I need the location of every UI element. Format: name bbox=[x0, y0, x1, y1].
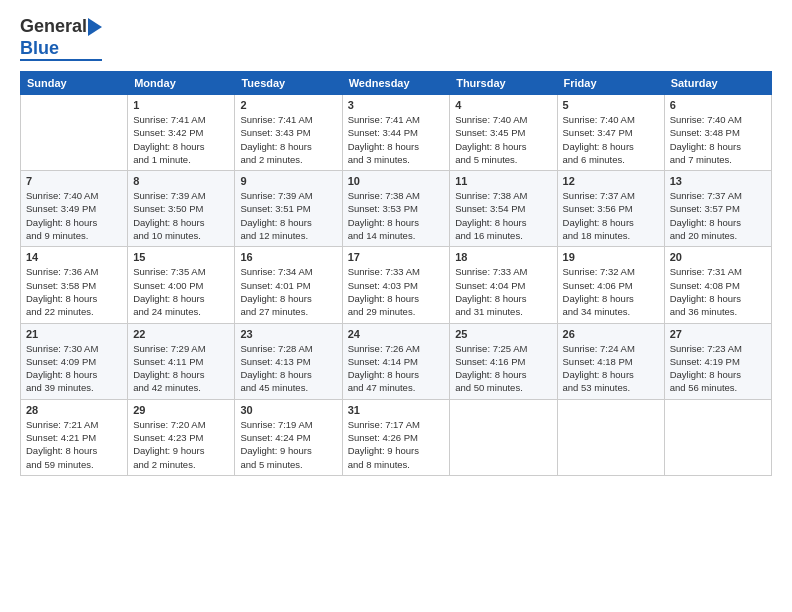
day-info: Sunrise: 7:19 AM Sunset: 4:24 PM Dayligh… bbox=[240, 418, 336, 471]
day-info: Sunrise: 7:30 AM Sunset: 4:09 PM Dayligh… bbox=[26, 342, 122, 395]
calendar-cell: 20Sunrise: 7:31 AM Sunset: 4:08 PM Dayli… bbox=[664, 247, 771, 323]
calendar-cell: 14Sunrise: 7:36 AM Sunset: 3:58 PM Dayli… bbox=[21, 247, 128, 323]
day-number: 11 bbox=[455, 175, 551, 187]
calendar-cell: 15Sunrise: 7:35 AM Sunset: 4:00 PM Dayli… bbox=[128, 247, 235, 323]
day-number: 5 bbox=[563, 99, 659, 111]
day-number: 15 bbox=[133, 251, 229, 263]
day-info: Sunrise: 7:40 AM Sunset: 3:45 PM Dayligh… bbox=[455, 113, 551, 166]
logo: General Blue bbox=[20, 16, 102, 61]
calendar-day-header: Friday bbox=[557, 72, 664, 95]
day-info: Sunrise: 7:40 AM Sunset: 3:47 PM Dayligh… bbox=[563, 113, 659, 166]
calendar-cell: 7Sunrise: 7:40 AM Sunset: 3:49 PM Daylig… bbox=[21, 171, 128, 247]
calendar-day-header: Thursday bbox=[450, 72, 557, 95]
calendar-cell bbox=[21, 95, 128, 171]
calendar-cell: 30Sunrise: 7:19 AM Sunset: 4:24 PM Dayli… bbox=[235, 399, 342, 475]
calendar-cell: 4Sunrise: 7:40 AM Sunset: 3:45 PM Daylig… bbox=[450, 95, 557, 171]
logo-arrow-icon bbox=[88, 18, 102, 36]
calendar-cell: 13Sunrise: 7:37 AM Sunset: 3:57 PM Dayli… bbox=[664, 171, 771, 247]
calendar-cell: 21Sunrise: 7:30 AM Sunset: 4:09 PM Dayli… bbox=[21, 323, 128, 399]
calendar-week-row: 28Sunrise: 7:21 AM Sunset: 4:21 PM Dayli… bbox=[21, 399, 772, 475]
day-number: 23 bbox=[240, 328, 336, 340]
day-info: Sunrise: 7:24 AM Sunset: 4:18 PM Dayligh… bbox=[563, 342, 659, 395]
calendar-cell: 28Sunrise: 7:21 AM Sunset: 4:21 PM Dayli… bbox=[21, 399, 128, 475]
calendar-week-row: 7Sunrise: 7:40 AM Sunset: 3:49 PM Daylig… bbox=[21, 171, 772, 247]
calendar-cell: 10Sunrise: 7:38 AM Sunset: 3:53 PM Dayli… bbox=[342, 171, 450, 247]
calendar-week-row: 14Sunrise: 7:36 AM Sunset: 3:58 PM Dayli… bbox=[21, 247, 772, 323]
day-info: Sunrise: 7:17 AM Sunset: 4:26 PM Dayligh… bbox=[348, 418, 445, 471]
day-number: 26 bbox=[563, 328, 659, 340]
day-info: Sunrise: 7:40 AM Sunset: 3:49 PM Dayligh… bbox=[26, 189, 122, 242]
day-info: Sunrise: 7:37 AM Sunset: 3:56 PM Dayligh… bbox=[563, 189, 659, 242]
day-info: Sunrise: 7:35 AM Sunset: 4:00 PM Dayligh… bbox=[133, 265, 229, 318]
calendar-cell: 9Sunrise: 7:39 AM Sunset: 3:51 PM Daylig… bbox=[235, 171, 342, 247]
calendar-header-row: SundayMondayTuesdayWednesdayThursdayFrid… bbox=[21, 72, 772, 95]
day-number: 12 bbox=[563, 175, 659, 187]
calendar-cell: 23Sunrise: 7:28 AM Sunset: 4:13 PM Dayli… bbox=[235, 323, 342, 399]
day-number: 24 bbox=[348, 328, 445, 340]
day-number: 3 bbox=[348, 99, 445, 111]
day-number: 27 bbox=[670, 328, 766, 340]
day-info: Sunrise: 7:33 AM Sunset: 4:03 PM Dayligh… bbox=[348, 265, 445, 318]
day-info: Sunrise: 7:41 AM Sunset: 3:43 PM Dayligh… bbox=[240, 113, 336, 166]
calendar-cell: 22Sunrise: 7:29 AM Sunset: 4:11 PM Dayli… bbox=[128, 323, 235, 399]
day-number: 22 bbox=[133, 328, 229, 340]
calendar-cell: 25Sunrise: 7:25 AM Sunset: 4:16 PM Dayli… bbox=[450, 323, 557, 399]
day-info: Sunrise: 7:26 AM Sunset: 4:14 PM Dayligh… bbox=[348, 342, 445, 395]
day-info: Sunrise: 7:23 AM Sunset: 4:19 PM Dayligh… bbox=[670, 342, 766, 395]
calendar-day-header: Monday bbox=[128, 72, 235, 95]
page: General Blue SundayMondayTuesdayWednesda… bbox=[0, 0, 792, 612]
calendar-day-header: Wednesday bbox=[342, 72, 450, 95]
day-info: Sunrise: 7:33 AM Sunset: 4:04 PM Dayligh… bbox=[455, 265, 551, 318]
calendar-cell: 24Sunrise: 7:26 AM Sunset: 4:14 PM Dayli… bbox=[342, 323, 450, 399]
day-number: 21 bbox=[26, 328, 122, 340]
calendar-cell: 2Sunrise: 7:41 AM Sunset: 3:43 PM Daylig… bbox=[235, 95, 342, 171]
day-number: 17 bbox=[348, 251, 445, 263]
day-number: 9 bbox=[240, 175, 336, 187]
day-info: Sunrise: 7:34 AM Sunset: 4:01 PM Dayligh… bbox=[240, 265, 336, 318]
calendar-cell: 27Sunrise: 7:23 AM Sunset: 4:19 PM Dayli… bbox=[664, 323, 771, 399]
calendar-cell: 12Sunrise: 7:37 AM Sunset: 3:56 PM Dayli… bbox=[557, 171, 664, 247]
day-number: 2 bbox=[240, 99, 336, 111]
day-number: 1 bbox=[133, 99, 229, 111]
calendar-cell: 18Sunrise: 7:33 AM Sunset: 4:04 PM Dayli… bbox=[450, 247, 557, 323]
calendar-cell: 11Sunrise: 7:38 AM Sunset: 3:54 PM Dayli… bbox=[450, 171, 557, 247]
calendar-cell: 8Sunrise: 7:39 AM Sunset: 3:50 PM Daylig… bbox=[128, 171, 235, 247]
calendar-table: SundayMondayTuesdayWednesdayThursdayFrid… bbox=[20, 71, 772, 476]
day-info: Sunrise: 7:40 AM Sunset: 3:48 PM Dayligh… bbox=[670, 113, 766, 166]
day-info: Sunrise: 7:37 AM Sunset: 3:57 PM Dayligh… bbox=[670, 189, 766, 242]
day-number: 19 bbox=[563, 251, 659, 263]
calendar-cell bbox=[557, 399, 664, 475]
day-number: 20 bbox=[670, 251, 766, 263]
day-number: 28 bbox=[26, 404, 122, 416]
logo-blue-text: Blue bbox=[20, 38, 59, 58]
day-number: 29 bbox=[133, 404, 229, 416]
calendar-week-row: 1Sunrise: 7:41 AM Sunset: 3:42 PM Daylig… bbox=[21, 95, 772, 171]
calendar-cell: 6Sunrise: 7:40 AM Sunset: 3:48 PM Daylig… bbox=[664, 95, 771, 171]
calendar-cell bbox=[664, 399, 771, 475]
day-info: Sunrise: 7:20 AM Sunset: 4:23 PM Dayligh… bbox=[133, 418, 229, 471]
day-number: 14 bbox=[26, 251, 122, 263]
calendar-cell: 26Sunrise: 7:24 AM Sunset: 4:18 PM Dayli… bbox=[557, 323, 664, 399]
calendar-day-header: Saturday bbox=[664, 72, 771, 95]
calendar-cell: 3Sunrise: 7:41 AM Sunset: 3:44 PM Daylig… bbox=[342, 95, 450, 171]
calendar-cell: 5Sunrise: 7:40 AM Sunset: 3:47 PM Daylig… bbox=[557, 95, 664, 171]
day-info: Sunrise: 7:32 AM Sunset: 4:06 PM Dayligh… bbox=[563, 265, 659, 318]
day-number: 30 bbox=[240, 404, 336, 416]
day-info: Sunrise: 7:38 AM Sunset: 3:54 PM Dayligh… bbox=[455, 189, 551, 242]
calendar-cell: 17Sunrise: 7:33 AM Sunset: 4:03 PM Dayli… bbox=[342, 247, 450, 323]
day-info: Sunrise: 7:38 AM Sunset: 3:53 PM Dayligh… bbox=[348, 189, 445, 242]
day-info: Sunrise: 7:41 AM Sunset: 3:42 PM Dayligh… bbox=[133, 113, 229, 166]
day-number: 31 bbox=[348, 404, 445, 416]
calendar-day-header: Tuesday bbox=[235, 72, 342, 95]
day-info: Sunrise: 7:39 AM Sunset: 3:51 PM Dayligh… bbox=[240, 189, 336, 242]
day-number: 8 bbox=[133, 175, 229, 187]
calendar-week-row: 21Sunrise: 7:30 AM Sunset: 4:09 PM Dayli… bbox=[21, 323, 772, 399]
calendar-cell: 31Sunrise: 7:17 AM Sunset: 4:26 PM Dayli… bbox=[342, 399, 450, 475]
day-number: 6 bbox=[670, 99, 766, 111]
day-info: Sunrise: 7:39 AM Sunset: 3:50 PM Dayligh… bbox=[133, 189, 229, 242]
day-number: 25 bbox=[455, 328, 551, 340]
calendar-day-header: Sunday bbox=[21, 72, 128, 95]
day-info: Sunrise: 7:36 AM Sunset: 3:58 PM Dayligh… bbox=[26, 265, 122, 318]
day-number: 7 bbox=[26, 175, 122, 187]
calendar-cell: 1Sunrise: 7:41 AM Sunset: 3:42 PM Daylig… bbox=[128, 95, 235, 171]
